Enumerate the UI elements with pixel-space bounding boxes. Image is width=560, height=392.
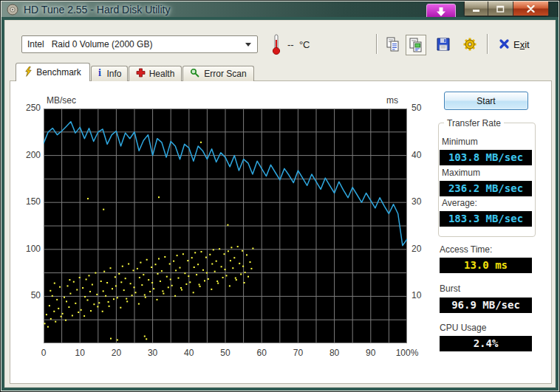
exit-icon[interactable]	[499, 38, 510, 52]
axis-tick-label: 10	[412, 290, 437, 300]
tab-label: Info	[106, 69, 121, 79]
maximize-button[interactable]	[488, 1, 513, 16]
maximum-label: Maximum	[442, 168, 480, 178]
toolbar-separator	[487, 34, 488, 54]
minimum-label: Minimum	[442, 137, 478, 147]
drive-select-value: Intel Raid 0 Volume (2000 GB)	[22, 39, 245, 49]
left-axis-title: MB/sec	[47, 95, 76, 106]
drive-select-dropdown[interactable]: Intel Raid 0 Volume (2000 GB)	[21, 35, 258, 53]
benchmark-chart	[44, 109, 407, 343]
cpu-usage-display: 2.4%	[440, 336, 532, 351]
toolbar-separator	[376, 34, 377, 54]
average-value-display: 183.3 MB/sec	[440, 211, 532, 227]
svg-text:i: i	[99, 68, 102, 78]
minimum-value-display: 103.8 MB/sec	[440, 150, 532, 165]
axis-tick-label: 50	[412, 103, 437, 113]
options-icon[interactable]	[460, 35, 479, 54]
access-time-display: 13.0 ms	[440, 258, 532, 273]
average-label: Average:	[442, 198, 477, 208]
axis-tick-label: 50	[209, 348, 242, 358]
tab-label: Health	[149, 69, 175, 79]
right-axis-title: ms	[386, 95, 398, 106]
axis-tick-label: 20	[100, 348, 132, 358]
exit-button[interactable]: Exit	[513, 39, 530, 50]
axis-tick-label: 40	[412, 150, 437, 160]
axis-tick-label: 60	[245, 348, 278, 358]
axis-tick-label: 40	[173, 348, 205, 358]
axis-tick-label: 30	[412, 196, 437, 207]
axis-tick-label: 50	[13, 290, 41, 300]
copy-text-button[interactable]	[383, 35, 403, 54]
start-button[interactable]: Start	[444, 92, 528, 110]
tab-health[interactable]: Health	[129, 66, 182, 81]
transfer-rate-title: Transfer Rate	[444, 118, 504, 128]
thermometer-icon	[271, 33, 281, 58]
minimize-button[interactable]	[464, 1, 488, 16]
benchmark-icon	[24, 66, 33, 79]
tab-label: Error Scan	[204, 69, 246, 79]
axis-tick-label: 100	[13, 244, 41, 254]
axis-tick-label: 250	[13, 103, 41, 113]
tab-error-scan[interactable]: Error Scan	[182, 66, 254, 81]
axis-tick-label: 80	[318, 348, 351, 358]
temperature-value: -- °C	[287, 39, 310, 50]
close-button[interactable]	[513, 1, 549, 16]
titlebar: HD Tune 2.55 - Hard Disk Utility	[1, 1, 559, 18]
health-cross-icon	[136, 68, 146, 80]
window-controls	[464, 1, 549, 16]
axis-tick-label: 200	[13, 150, 41, 160]
magnifier-icon	[190, 68, 200, 80]
tab-benchmark[interactable]: Benchmark	[16, 63, 90, 81]
burst-label: Burst	[440, 283, 460, 294]
tab-label: Benchmark	[36, 67, 81, 78]
download-overlay-button[interactable]	[426, 4, 456, 19]
save-screenshot-button[interactable]	[434, 35, 453, 54]
app-icon	[7, 4, 18, 16]
axis-tick-label: 100%	[391, 348, 423, 358]
tab-info[interactable]: i Info	[91, 66, 128, 81]
axis-tick-label: 90	[355, 348, 387, 358]
axis-tick-label: 0	[27, 348, 60, 358]
benchmark-plot	[44, 109, 407, 343]
copy-screenshot-button[interactable]	[406, 35, 426, 55]
hd-tune-window: HD Tune 2.55 - Hard Disk Utility Intel R…	[0, 0, 560, 392]
burst-display: 96.9 MB/sec	[440, 298, 532, 313]
cpu-usage-label: CPU Usage	[440, 323, 486, 333]
info-icon: i	[97, 68, 103, 80]
chevron-down-icon	[245, 43, 251, 47]
axis-tick-label: 30	[137, 348, 169, 358]
window-title: HD Tune 2.55 - Hard Disk Utility	[24, 1, 170, 18]
axis-tick-label: 70	[281, 348, 314, 358]
axis-tick-label: 150	[13, 196, 41, 207]
axis-tick-label: 10	[64, 348, 96, 358]
access-time-label: Access Time:	[440, 244, 492, 255]
maximum-value-display: 236.2 MB/sec	[440, 181, 532, 196]
axis-tick-label: 20	[412, 244, 437, 254]
